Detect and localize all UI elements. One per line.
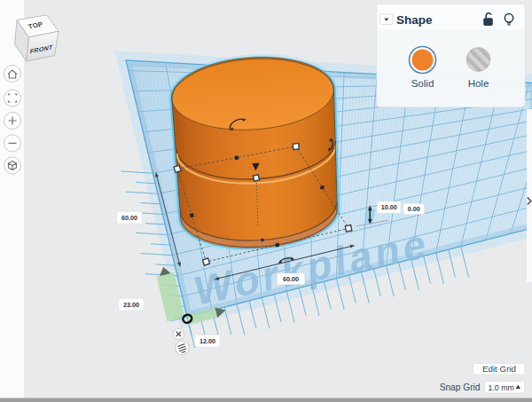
svg-text:Edit Grid: Edit Grid [482, 364, 516, 374]
svg-text:0.00: 0.00 [408, 205, 420, 213]
svg-text:Snap Grid: Snap Grid [440, 382, 481, 392]
svg-text:10.00: 10.00 [381, 203, 397, 211]
svg-text:60.00: 60.00 [283, 275, 299, 283]
svg-text:1.0 mm: 1.0 mm [489, 383, 514, 392]
svg-text:12.00: 12.00 [200, 337, 215, 345]
svg-text:60.00: 60.00 [121, 214, 137, 222]
svg-text:23.00: 23.00 [123, 301, 139, 309]
svg-text:Hole: Hole [468, 78, 489, 89]
svg-text:Solid: Solid [411, 78, 434, 89]
svg-text:Shape: Shape [396, 13, 433, 27]
